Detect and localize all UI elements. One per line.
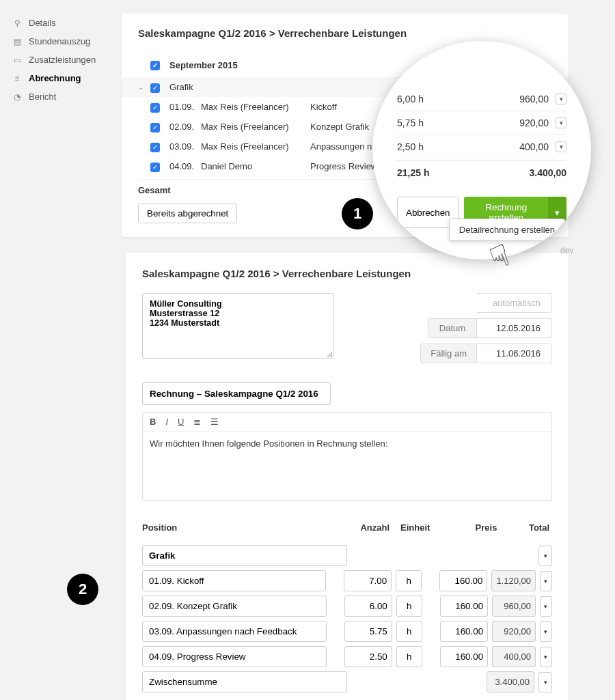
position-qty[interactable] (344, 570, 392, 591)
zoom-row: 6,00 h960,00▾ (397, 87, 566, 111)
zoom-lens: 6,00 h960,00▾5,75 h920,00▾2,50 h400,00▾ … (372, 41, 591, 260)
row-menu[interactable]: ▾ (540, 571, 552, 591)
chart-icon: ◔ (12, 92, 22, 102)
positions-header: Position Anzahl Einheit Preis Total (142, 522, 552, 533)
position-desc[interactable] (142, 596, 327, 617)
file-icon: ▤ (12, 37, 22, 46)
editor: B I U ≣ ☰ Wir möchten Ihnen folgende Pos… (142, 412, 552, 501)
position-row: 1.120,00 ▾ (142, 570, 552, 591)
subtotal-value: 3.400,00 (487, 671, 534, 692)
sidebar-item-stundenauszug[interactable]: ▤Stundenauszug (12, 32, 115, 51)
step-badge-2: 2 (67, 574, 98, 605)
date-field[interactable]: 12.05.2016 (477, 318, 552, 338)
position-total: 920,00 (492, 621, 536, 642)
position-unit[interactable] (396, 596, 422, 617)
row-menu[interactable]: ▾ (540, 647, 552, 667)
checkbox-entry[interactable]: ✓ (150, 123, 160, 132)
due-field[interactable]: 11.06.2016 (477, 344, 552, 363)
subject-input[interactable] (142, 382, 331, 405)
row-menu[interactable]: ▾ (538, 546, 552, 566)
zoom-row: 2,50 h400,00▾ (397, 135, 566, 158)
checkbox-entry[interactable]: ✓ (150, 103, 160, 113)
italic-button[interactable]: I (165, 417, 168, 427)
position-qty[interactable] (344, 646, 392, 667)
checkbox-entry[interactable]: ✓ (150, 143, 160, 152)
position-group-row: ▾ (142, 545, 552, 566)
breadcrumb-2: Saleskampagne Q1/2 2016 > Verrechenbare … (142, 268, 552, 279)
position-unit[interactable] (396, 570, 422, 591)
sidebar-item-zusatzleistungen[interactable]: ▭Zusatzleistungen (12, 51, 115, 69)
checkbox-entry[interactable]: ✓ (150, 163, 160, 172)
address-textarea[interactable] (142, 293, 333, 359)
sidebar: ⚲Details ▤Stundenauszug ▭Zusatzleistunge… (12, 14, 122, 237)
breadcrumb: Saleskampagne Q1/2 2016 > Verrechenbare … (138, 27, 552, 39)
sidebar-item-abrechnung[interactable]: ≡Abrechnung (12, 69, 115, 87)
bold-button[interactable]: B (150, 417, 156, 427)
invoice-panel: Saleskampagne Q1/2 2016 > Verrechenbare … (126, 253, 569, 700)
sidebar-item-details[interactable]: ⚲Details (12, 14, 115, 32)
row-menu[interactable]: ▾ (556, 94, 566, 104)
editor-body[interactable]: Wir möchten Ihnen folgende Positionen in… (143, 432, 551, 500)
zoom-row: 5,75 h920,00▾ (397, 111, 566, 135)
underline-button[interactable]: U (178, 417, 184, 427)
checkbox-month[interactable]: ✓ (150, 61, 160, 70)
position-unit[interactable] (396, 621, 422, 642)
row-menu[interactable]: ▾ (538, 672, 552, 692)
subtotal-label[interactable] (142, 671, 347, 692)
list-icon: ≡ (12, 74, 22, 83)
position-total: 400,00 (492, 646, 536, 667)
position-desc[interactable] (142, 646, 327, 667)
sidebar-item-bericht[interactable]: ◔Bericht (12, 87, 115, 106)
dev-label: dev (560, 246, 573, 255)
position-qty[interactable] (344, 596, 392, 617)
checkbox-group[interactable]: ✓ (150, 83, 160, 93)
position-price[interactable] (440, 646, 488, 667)
position-row: 400,00 ▾ (142, 646, 552, 667)
chevron-down-icon[interactable]: ⌄ (138, 83, 150, 91)
position-desc[interactable] (142, 570, 326, 591)
position-unit[interactable] (396, 646, 422, 667)
position-price[interactable] (439, 570, 487, 591)
position-total: 1.120,00 (491, 570, 536, 591)
subtotal-row: 3.400,00 ▾ (142, 671, 552, 692)
bullet-list-button[interactable]: ≣ (193, 417, 201, 427)
ordered-list-button[interactable]: ☰ (210, 417, 219, 427)
position-desc[interactable] (142, 621, 327, 642)
position-total: 960,00 (492, 596, 536, 617)
detail-invoice-menu-item[interactable]: Detailrechnung erstellen (449, 219, 565, 241)
position-qty[interactable] (344, 621, 392, 642)
auto-number: automatisch (477, 293, 552, 313)
row-menu[interactable]: ▾ (540, 621, 552, 642)
row-menu[interactable]: ▾ (540, 596, 552, 617)
zoom-total: 21,25 h3.400,00 (397, 160, 566, 184)
position-price[interactable] (440, 621, 488, 642)
row-menu[interactable]: ▾ (556, 117, 566, 128)
group-name-input[interactable] (142, 545, 347, 566)
card-icon: ▭ (12, 55, 22, 65)
position-row: 920,00 ▾ (142, 621, 552, 642)
search-icon: ⚲ (12, 18, 22, 28)
position-row: 960,00 ▾ (142, 596, 552, 617)
row-menu[interactable]: ▾ (556, 141, 566, 152)
position-price[interactable] (440, 596, 488, 617)
already-billed-button[interactable]: Bereits abgerechnet (138, 204, 237, 223)
step-badge-1: 1 (342, 198, 373, 229)
